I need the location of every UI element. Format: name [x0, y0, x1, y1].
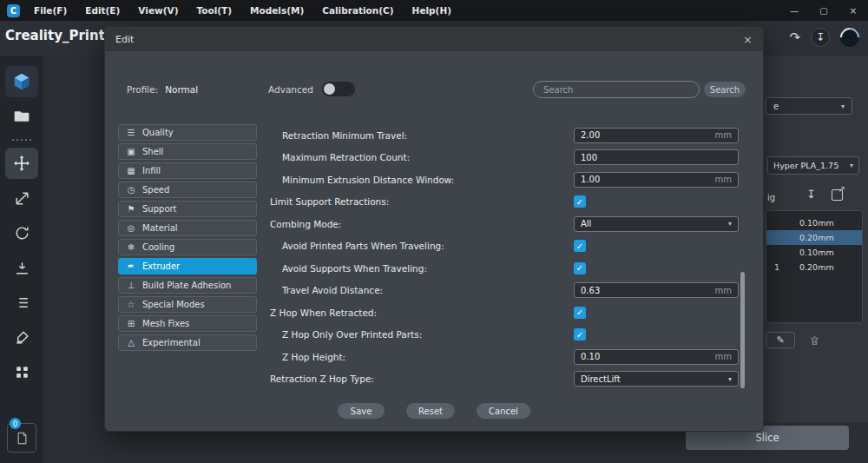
- setting-label: Z Hop When Retracted:: [270, 308, 377, 318]
- setting-row-z-hop-only-over-printed-parts: Z Hop Only Over Printed Parts:✓: [266, 324, 741, 347]
- chevron-down-icon: ▾: [841, 103, 845, 110]
- left-sidebar: 0: [0, 56, 43, 463]
- process-list-item[interactable]: 0.20mm: [766, 230, 862, 245]
- category-material[interactable]: ◎Material: [118, 220, 257, 236]
- lay-flat-tool-button[interactable]: [5, 252, 38, 283]
- scale-tool-button[interactable]: [5, 182, 38, 214]
- dialog-actions: Save Reset Cancel: [105, 403, 763, 419]
- category-support[interactable]: ⚑Support: [118, 201, 257, 217]
- quality-icon: ☰: [126, 128, 136, 137]
- menu-item-help-h[interactable]: Help(H): [412, 5, 451, 16]
- setting-input-z-hop-height[interactable]: 0.10mm: [574, 349, 739, 365]
- menu-item-calibration-c[interactable]: Calibration(C): [322, 5, 393, 16]
- process-list-item[interactable]: 0.10mm: [766, 245, 862, 260]
- profile-value: Normal: [165, 84, 198, 95]
- cooling-icon: ❄: [126, 242, 136, 252]
- setting-control: 1.00mm: [574, 172, 739, 188]
- advanced-toggle[interactable]: [322, 82, 355, 96]
- setting-unit: mm: [715, 286, 732, 295]
- support-paint-tool-button[interactable]: [5, 321, 38, 353]
- setting-input-minimum-extrusion-distance-window[interactable]: 1.00mm: [574, 172, 739, 188]
- category-mesh-fixes[interactable]: ⊞Mesh Fixes: [118, 315, 257, 332]
- share-icon[interactable]: ↷: [789, 30, 800, 45]
- process-config-row: ig ↧ ↗: [767, 188, 861, 203]
- reset-button[interactable]: Reset: [406, 403, 455, 419]
- more-tools-button[interactable]: [5, 356, 38, 387]
- category-shell[interactable]: ▣Shell: [118, 143, 257, 160]
- cancel-button[interactable]: Cancel: [477, 403, 530, 419]
- process-preset-list: 0.10mm0.20mm0.10mm10.20mm: [766, 210, 863, 323]
- setting-row-avoid-supports-when-traveling: Avoid Supports When Traveling:✓: [266, 257, 741, 280]
- maximize-button[interactable]: ▢: [809, 0, 838, 21]
- advanced-label: Advanced: [268, 84, 313, 95]
- setting-label: Z Hop Height:: [282, 352, 345, 362]
- export-config-icon[interactable]: ↗: [832, 189, 843, 201]
- menu-item-view-v[interactable]: View(V): [138, 5, 178, 16]
- setting-control: 0.63mm: [574, 282, 739, 298]
- category-infill[interactable]: ▦Infill: [118, 162, 257, 179]
- setting-checkbox-avoid-printed-parts-when-traveling[interactable]: ✓: [574, 240, 586, 252]
- category-cooling[interactable]: ❄Cooling: [118, 239, 257, 255]
- category-label: Support: [142, 204, 177, 214]
- setting-row-travel-avoid-distance: Travel Avoid Distance:0.63mm: [266, 280, 741, 302]
- category-speed[interactable]: ◷Speed: [118, 182, 257, 198]
- open-file-button[interactable]: [5, 101, 38, 132]
- user-avatar[interactable]: [836, 23, 863, 50]
- category-quality[interactable]: ☰Quality: [118, 124, 257, 141]
- category-label: Quality: [142, 128, 174, 137]
- category-special-modes[interactable]: ☆Special Modes: [118, 296, 257, 313]
- material-select[interactable]: Hyper PLA_1.75 ▾: [767, 156, 859, 175]
- setting-checkbox-z-hop-only-over-printed-parts[interactable]: ✓: [574, 328, 586, 341]
- toolbar-actions: ↷ ↧: [789, 28, 859, 47]
- setting-checkbox-avoid-supports-when-traveling[interactable]: ✓: [574, 262, 586, 274]
- setting-value: DirectLift: [581, 374, 621, 384]
- setting-row-maximum-retraction-count: Maximum Retraction Count:100: [266, 147, 741, 169]
- object-list-button[interactable]: [5, 287, 38, 318]
- menu-item-tool-t[interactable]: Tool(T): [196, 5, 232, 16]
- close-dialog-icon[interactable]: ×: [743, 33, 753, 46]
- category-extruder[interactable]: ✒Extruder: [118, 258, 257, 274]
- move-icon: [13, 155, 30, 172]
- process-list-item[interactable]: 10.20mm: [766, 260, 862, 274]
- category-build-plate-adhesion[interactable]: ⊥Build Plate Adhesion: [118, 277, 257, 294]
- search-button[interactable]: Search: [704, 82, 746, 97]
- speed-icon: ◷: [126, 185, 136, 195]
- setting-checkbox-limit-support-retractions[interactable]: ✓: [574, 195, 586, 208]
- scrollbar-thumb[interactable]: [740, 272, 745, 388]
- setting-control: ✓: [574, 327, 739, 342]
- download-button[interactable]: ↧: [811, 28, 830, 47]
- setting-value: All: [581, 219, 591, 228]
- setting-select-retraction-z-hop-type[interactable]: DirectLift▾: [574, 371, 739, 387]
- setting-input-maximum-retraction-count[interactable]: 100: [574, 149, 739, 165]
- category-experimental[interactable]: △Experimental: [118, 334, 257, 351]
- setting-input-retraction-minimum-travel[interactable]: 2.00mm: [574, 128, 739, 143]
- minimize-button[interactable]: —: [779, 0, 809, 21]
- setting-row-avoid-printed-parts-when-traveling: Avoid Printed Parts When Traveling:✓: [266, 235, 741, 258]
- setting-control: 100: [574, 149, 739, 165]
- import-config-icon[interactable]: ↧: [806, 188, 816, 201]
- move-tool-button[interactable]: [5, 148, 38, 179]
- close-window-button[interactable]: ×: [838, 0, 868, 21]
- menu-item-file-f[interactable]: File(F): [34, 5, 67, 16]
- settings-scrollbar[interactable]: [740, 124, 745, 390]
- menu-item-models-m[interactable]: Models(M): [250, 5, 304, 16]
- file-list-button[interactable]: 0: [7, 423, 36, 453]
- setting-unit: mm: [715, 130, 732, 140]
- setting-checkbox-z-hop-when-retracted[interactable]: ✓: [574, 307, 586, 319]
- setting-value: 2.00: [581, 130, 600, 140]
- setting-input-travel-avoid-distance[interactable]: 0.63mm: [574, 282, 739, 298]
- rotate-tool-button[interactable]: [5, 217, 38, 248]
- menu-item-edit-e[interactable]: Edit(E): [85, 5, 120, 16]
- profile-label: Profile:: [127, 84, 158, 95]
- save-button[interactable]: Save: [338, 403, 385, 419]
- setting-select-combing-mode[interactable]: All▾: [574, 216, 739, 232]
- setting-control: All▾: [574, 216, 739, 232]
- search-input[interactable]: [533, 81, 700, 98]
- delete-process-button[interactable]: [809, 334, 820, 350]
- printer-select[interactable]: e ▾: [766, 97, 852, 115]
- prepare-view-button[interactable]: [5, 66, 38, 97]
- edit-process-button[interactable]: ✎: [766, 332, 795, 348]
- shell-icon: ▣: [126, 147, 136, 156]
- process-list-item[interactable]: 0.10mm: [766, 215, 862, 230]
- support-paint-icon: [14, 329, 30, 346]
